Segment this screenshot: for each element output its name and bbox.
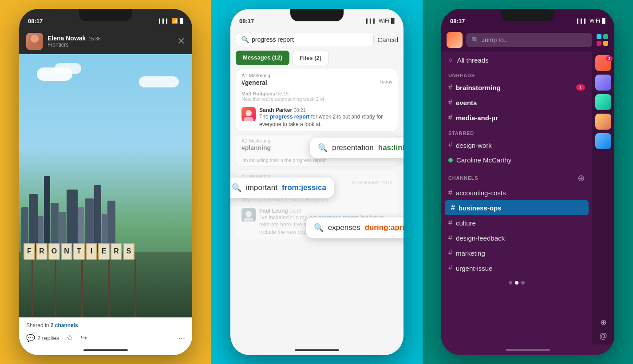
p1-wifi-icon: 📶 <box>171 18 178 24</box>
p1-message-time: 15:36 <box>88 36 101 41</box>
p3-section-starred-label: STARRED <box>441 125 592 138</box>
p3-right-avatar-panel: 3 ⊕ @ <box>592 51 614 344</box>
p1-replies-button[interactable]: 💬 2 replies <box>26 334 59 342</box>
p3-avatar-4[interactable] <box>595 114 611 130</box>
p2-results-list: A1 Marketing #general Today Matt Hodgkin… <box>230 69 404 345</box>
p3-status-time: 08:17 <box>450 18 465 24</box>
p1-image-content: F R O N T I E R S <box>19 54 192 317</box>
phone-3-screen: 08:17 ▍▍▍ WiFi ▉ 🔍 Jump to... <box>441 9 614 355</box>
p3-avatar-2[interactable] <box>595 75 611 91</box>
phone-1: 08:17 ▍▍▍ 📶 ▉ Elena Nowak 15:36 <box>19 9 192 355</box>
p3-channel-media-pr[interactable]: # media-and-pr <box>441 110 592 125</box>
p2-suggestion-1: 🔍 presentation has:link <box>310 138 404 158</box>
phone-3: 08:17 ▍▍▍ WiFi ▉ 🔍 Jump to... <box>441 9 614 355</box>
p3-at-icon[interactable]: @ <box>599 332 607 341</box>
p1-shared-info: Shared in 2 channels <box>26 322 185 328</box>
panel-3-teal: 08:17 ▍▍▍ WiFi ▉ 🔍 Jump to... <box>423 0 633 364</box>
p2-paul-avatar <box>241 208 256 222</box>
p3-add-channel-button[interactable]: ⊕ <box>578 173 585 183</box>
p1-channels-link[interactable]: 2 channels <box>51 322 78 328</box>
p3-search-icon: 🔍 <box>471 36 479 44</box>
p3-hash-icon-4: # <box>448 141 452 149</box>
p1-close-button[interactable]: ✕ <box>177 36 185 47</box>
panel-2-cyan: 08:17 ▍▍▍ WiFi ▉ 🔍 progress report Cance… <box>211 0 423 364</box>
p1-more-button[interactable]: ··· <box>178 333 185 343</box>
p3-channel-name-accounting: accounting-costs <box>456 189 506 197</box>
p3-slack-logo <box>596 33 609 47</box>
p3-channel-name-brainstorming: brainstorming <box>456 84 573 91</box>
p2-search-query: progress report <box>252 36 294 43</box>
p3-channel-urgent-issue[interactable]: # urgent-issue <box>441 261 592 276</box>
p3-all-threads[interactable]: ○ All threads <box>441 51 592 68</box>
p3-compose-icon[interactable]: ⊕ <box>600 317 607 327</box>
p3-hash-icon-1: # <box>448 83 452 91</box>
p2-status-time: 08:17 <box>239 18 254 24</box>
panel-1-yellow: 08:17 ▍▍▍ 📶 ▉ Elena Nowak 15:36 <box>0 0 211 364</box>
p1-share-button[interactable]: ↪ <box>80 333 87 343</box>
p1-bookmark-button[interactable]: ☆ <box>66 333 73 343</box>
p2-suggest-1-icon: 🔍 <box>318 143 328 153</box>
p3-channel-marketing[interactable]: # marketing <box>441 245 592 261</box>
p2-cancel-button[interactable]: Cancel <box>377 36 398 44</box>
svg-rect-2 <box>597 41 601 46</box>
p1-user-name: Elena Nowak <box>47 35 86 42</box>
svg-rect-3 <box>603 41 608 46</box>
p3-section-unreads-label: UNREADS <box>441 68 592 80</box>
p3-hash-icon-2: # <box>448 99 452 107</box>
p3-channel-name-urgent-issue: urgent-issue <box>456 265 493 272</box>
p3-dot-nav-3[interactable] <box>521 281 525 285</box>
p1-user-avatar <box>26 33 43 50</box>
p3-channel-name-culture: culture <box>456 219 476 227</box>
p3-avatar-3[interactable] <box>595 94 611 110</box>
p3-hash-icon-3: # <box>448 114 452 122</box>
p3-channel-business-ops[interactable]: # business-ops <box>445 200 589 215</box>
p3-channel-culture[interactable]: # culture <box>441 215 592 230</box>
p1-footer: Shared in 2 channels 💬 2 replies ☆ ↪ ··· <box>19 317 192 345</box>
p3-caroline-status-dot <box>448 158 453 162</box>
p1-reply-icon: 💬 <box>26 334 35 342</box>
p3-starred-design-work[interactable]: # design-work <box>441 138 592 153</box>
svg-rect-1 <box>603 34 608 39</box>
p1-channel-name: Frontiers <box>47 42 173 48</box>
p3-avatar-5[interactable] <box>595 133 611 149</box>
p3-channel-design-feedback[interactable]: # design-feedback <box>441 230 592 245</box>
p3-search-placeholder: Jump to... <box>482 36 509 44</box>
p3-channel-name-design-feedback: design-feedback <box>456 234 505 242</box>
p3-channel-name-media-pr: media-and-pr <box>456 114 498 122</box>
p3-starred-caroline[interactable]: Caroline McCarthy <box>441 153 592 167</box>
p3-avatar-1[interactable]: 3 <box>595 55 611 71</box>
p3-channel-name-events: events <box>456 99 477 107</box>
p3-threads-label: All threads <box>457 56 489 64</box>
p3-search-box[interactable]: 🔍 Jump to... <box>466 33 592 47</box>
p2-tab-files[interactable]: Files (2) <box>292 51 329 65</box>
p2-suggestion-3: 🔍 expenses during:april <box>306 218 404 238</box>
p3-section-channels-label: CHANNELS <box>448 175 578 181</box>
p1-signal-icon: ▍▍▍ <box>159 19 170 24</box>
svg-rect-0 <box>597 34 601 39</box>
p3-brainstorming-badge: 1 <box>576 84 585 91</box>
phone-1-screen: 08:17 ▍▍▍ 📶 ▉ Elena Nowak 15:36 <box>19 9 192 355</box>
phone-2: 08:17 ▍▍▍ WiFi ▉ 🔍 progress report Cance… <box>230 9 404 355</box>
p3-channel-name-business-ops: business-ops <box>459 204 502 212</box>
p2-sarah-avatar <box>241 107 256 121</box>
p3-channel-name-marketing: marketing <box>456 249 485 257</box>
p3-dot-nav-1[interactable] <box>509 281 512 285</box>
p2-suggest-3-icon: 🔍 <box>314 223 324 233</box>
p2-tab-messages[interactable]: Messages (12) <box>236 51 289 65</box>
p2-suggestion-2: 🔍 important from:jessica <box>230 178 334 198</box>
p1-status-time: 08:17 <box>28 18 43 24</box>
p2-suggest-2-icon: 🔍 <box>232 183 241 193</box>
p2-search-input[interactable]: 🔍 progress report <box>236 32 374 47</box>
p3-caroline-name: Caroline McCarthy <box>456 156 511 164</box>
p3-starred-design-work-name: design-work <box>456 142 492 149</box>
p3-dot-nav-2[interactable] <box>515 281 518 285</box>
p3-workspace-icon <box>447 32 463 48</box>
p2-result-item-1[interactable]: A1 Marketing #general Today Matt Hodgkin… <box>236 69 398 131</box>
p3-threads-icon: ○ <box>448 56 453 64</box>
p2-search-icon: 🔍 <box>241 36 249 43</box>
p1-battery-icon: ▉ <box>180 18 183 24</box>
p3-channel-brainstorming[interactable]: # brainstorming 1 <box>441 80 592 95</box>
p3-channel-events[interactable]: # events <box>441 95 592 110</box>
p3-channel-accounting[interactable]: # accounting-costs <box>441 185 592 200</box>
